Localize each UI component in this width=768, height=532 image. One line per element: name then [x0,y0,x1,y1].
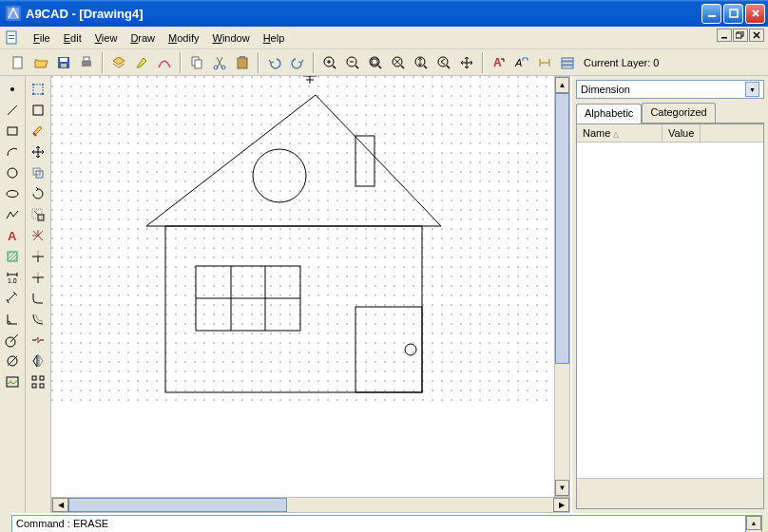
menu-window[interactable]: Window [205,30,256,46]
dropdown-arrow-icon[interactable]: ▼ [745,82,759,97]
vscroll-thumb[interactable] [555,93,569,364]
menu-help[interactable]: Help [257,30,292,46]
dimension-tool[interactable]: 1.0 [2,268,23,287]
save-icon[interactable] [53,52,74,73]
rectangle-tool[interactable] [2,122,23,141]
column-name[interactable]: Name △ [577,124,662,142]
minimize-button[interactable] [701,4,721,24]
mirror-tool[interactable] [28,352,48,370]
arc-tool[interactable] [2,142,23,162]
mdi-close[interactable] [749,28,764,42]
explode-tool[interactable] [28,226,48,245]
zoom-in-icon[interactable] [319,52,340,73]
window-title: A9CAD - [Drawing4] [26,7,701,21]
zoom-extents-icon[interactable] [388,52,409,73]
erase-tool[interactable] [28,122,48,141]
dimension-aligned-tool[interactable] [2,289,23,308]
menu-modify[interactable]: Modify [162,30,205,46]
scroll-right-arrow[interactable]: ▶ [553,498,569,512]
column-value[interactable]: Value [662,124,701,142]
object-type-dropdown[interactable]: Dimension ▼ [576,80,764,99]
undo-icon[interactable] [264,52,285,73]
open-icon[interactable] [30,52,51,73]
svg-rect-60 [40,384,44,388]
text-tool[interactable]: A [2,226,23,245]
zoom-realtime-icon[interactable] [411,52,432,73]
circle-tool[interactable] [2,163,23,182]
redo-icon[interactable] [287,52,308,73]
line-tool[interactable] [2,101,23,120]
extend-tool[interactable] [28,268,48,287]
scroll-down-arrow[interactable]: ▼ [555,480,569,496]
drawing-canvas[interactable] [51,76,554,497]
scale-tool[interactable] [28,205,48,224]
settings-icon[interactable] [557,52,578,73]
fillet-tool[interactable] [28,289,48,308]
linetype-icon[interactable] [154,52,175,73]
break-tool[interactable] [28,331,48,350]
new-icon[interactable] [8,52,29,73]
svg-rect-50 [42,93,44,95]
copy-tool[interactable] [28,163,48,182]
offset-tool[interactable] [28,310,48,329]
svg-rect-33 [562,66,573,68]
print-icon[interactable] [76,52,97,73]
paste-icon[interactable] [232,52,253,73]
menu-edit[interactable]: Edit [57,30,88,46]
menu-file[interactable]: File [27,30,57,46]
properties-tabs: Alphabetic Categorized [576,103,764,124]
svg-rect-47 [32,84,34,86]
svg-rect-49 [32,93,34,95]
color-icon[interactable] [131,52,152,73]
dim-style-icon[interactable]: A [511,52,532,73]
copy-icon[interactable] [186,52,207,73]
layers-icon[interactable] [108,52,129,73]
move-tool[interactable] [28,142,48,162]
pan-icon[interactable] [456,52,477,73]
command-output[interactable]: Command : ERASE Select at point : (-24.0… [11,515,746,532]
cmd-scroll-up[interactable]: ▲ [746,516,761,530]
document-icon[interactable] [4,29,21,47]
trim-tool[interactable] [28,247,48,266]
svg-point-34 [10,87,14,91]
dimension-diameter-tool[interactable] [2,352,23,370]
mdi-minimize[interactable] [717,28,732,42]
mdi-restore[interactable] [733,28,748,42]
menu-view[interactable]: View [88,30,125,46]
zoom-out-icon[interactable] [342,52,363,73]
menu-draw[interactable]: Draw [124,30,162,46]
command-scrollbar[interactable]: ▲ ▼ [746,515,762,532]
select-tool[interactable] [28,80,48,99]
move-select-tool[interactable] [28,101,48,120]
zoom-window-icon[interactable] [365,52,386,73]
horizontal-scrollbar[interactable]: ◀ ▶ [51,497,570,513]
tab-categorized[interactable]: Categorized [642,103,715,123]
close-button[interactable] [745,4,765,24]
titlebar: A9CAD - [Drawing4] [0,0,768,27]
properties-icon[interactable] [534,52,555,73]
rotate-tool[interactable] [28,184,48,203]
svg-rect-59 [32,384,36,388]
svg-rect-15 [84,57,89,61]
maximize-button[interactable] [723,4,743,24]
polyline-tool[interactable] [2,205,23,224]
text-style-icon[interactable]: A [489,52,509,73]
ellipse-tool[interactable] [2,184,23,203]
scroll-left-arrow[interactable]: ◀ [52,498,68,512]
properties-grid[interactable]: Name △ Value [576,124,764,509]
dimension-angular-tool[interactable] [2,310,23,329]
vertical-scrollbar[interactable]: ▲ ▼ [554,76,570,497]
point-tool[interactable] [2,80,23,99]
tab-alphabetic[interactable]: Alphabetic [576,104,642,124]
dimension-radius-tool[interactable] [2,331,23,350]
svg-rect-36 [8,127,17,135]
svg-rect-54 [38,215,44,220]
array-tool[interactable] [28,372,48,391]
cut-icon[interactable] [209,52,230,73]
image-tool[interactable] [2,372,23,391]
hscroll-thumb[interactable] [68,498,287,512]
zoom-previous-icon[interactable] [433,52,454,73]
scroll-up-arrow[interactable]: ▲ [555,77,569,93]
hatch-tool[interactable] [2,247,23,266]
svg-rect-51 [33,105,43,115]
